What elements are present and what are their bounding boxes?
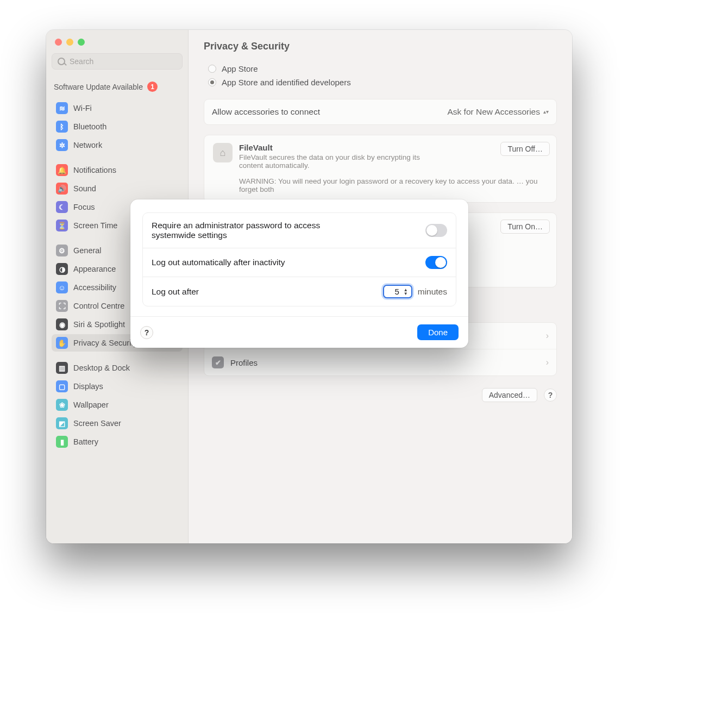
update-badge: 1 — [147, 82, 158, 92]
help-button[interactable]: ? — [544, 389, 557, 402]
battery-icon: ▮ — [56, 436, 68, 448]
auto-logout-toggle[interactable] — [425, 256, 447, 269]
filevault-card: ⌂ FileVault FileVault secures the data o… — [204, 135, 557, 203]
sidebar-item-sound[interactable]: 🔊Sound — [52, 180, 183, 197]
advanced-modal: Require an administrator password to acc… — [130, 199, 468, 348]
sidebar-item-label: Appearance — [73, 265, 116, 273]
minimize-window-icon[interactable] — [66, 39, 73, 46]
option-label: App Store and identified developers — [222, 78, 351, 87]
switches-icon: ⛶ — [56, 300, 68, 312]
sidebar-item-label: Wallpaper — [73, 400, 109, 409]
sidebar-item-label: Screen Saver — [73, 419, 121, 428]
sidebar-item-displays[interactable]: ▢Displays — [52, 378, 183, 395]
search-input[interactable]: Search — [52, 53, 183, 70]
stepper-unit: minutes — [418, 287, 447, 297]
filevault-toggle-button[interactable]: Turn Off… — [500, 142, 550, 156]
sidebar-item-wi-fi[interactable]: ≋Wi-Fi — [52, 99, 183, 117]
admin-password-toggle[interactable] — [425, 224, 447, 237]
sidebar-item-label: General — [73, 246, 102, 255]
person-icon: ☺ — [56, 281, 68, 293]
sidebar-item-label: Wi-Fi — [73, 104, 92, 112]
moon-icon: ☾ — [56, 201, 68, 213]
sidebar-item-label: Accessibility — [73, 283, 116, 292]
sidebar-item-label: Sound — [73, 184, 96, 193]
sidebar-item-label: Control Centre — [73, 302, 124, 310]
close-window-icon[interactable] — [55, 39, 62, 46]
page-title: Privacy & Security — [204, 41, 557, 52]
sidebar-item-label: Screen Time — [73, 221, 117, 230]
software-update-label: Software Update Available — [54, 83, 143, 91]
filevault-warning: WARNING: You will need your login passwo… — [213, 177, 548, 193]
modal-row-logout-after: Log out after 5 ▲▼ minutes — [143, 277, 456, 306]
modal-help-button[interactable]: ? — [140, 326, 153, 339]
row-label: Require an administrator password to acc… — [152, 221, 358, 240]
hourglass-icon: ⏳ — [56, 220, 68, 231]
sidebar-item-screen-saver[interactable]: ◩Screen Saver — [52, 415, 183, 432]
accessories-row[interactable]: Allow accessories to connect Ask for New… — [204, 99, 557, 125]
wifi-icon: ≋ — [56, 102, 68, 114]
allowed-apps-group: App Store App Store and identified devel… — [208, 64, 557, 87]
sidebar-item-label: Privacy & Security — [73, 339, 137, 347]
sidebar-item-wallpaper[interactable]: ❀Wallpaper — [52, 396, 183, 414]
sidebar-item-label: Focus — [73, 203, 95, 211]
sidebar-item-desktop-dock[interactable]: ▥Desktop & Dock — [52, 359, 183, 377]
sidebar-item-battery[interactable]: ▮Battery — [52, 433, 183, 450]
bluetooth-icon: ᛒ — [56, 121, 68, 133]
sidebar-item-network[interactable]: ✲Network — [52, 136, 183, 154]
sidebar-item-label: Desktop & Dock — [73, 364, 130, 372]
sidebar-item-label: Network — [73, 141, 102, 149]
search-icon — [58, 58, 65, 65]
speaker-icon: 🔊 — [56, 183, 68, 195]
allowed-apps-option-identified[interactable]: App Store and identified developers — [208, 78, 557, 87]
software-update-row[interactable]: Software Update Available 1 — [52, 79, 183, 99]
modal-row-admin-password: Require an administrator password to acc… — [143, 213, 456, 248]
stepper-value: 5 — [391, 287, 403, 296]
sidebar-item-label: Battery — [73, 437, 98, 446]
network-icon: ✲ — [56, 139, 68, 151]
done-button[interactable]: Done — [417, 324, 459, 340]
chevron-right-icon: › — [546, 358, 549, 367]
stepper-arrows-icon[interactable]: ▲▼ — [403, 288, 409, 296]
allowed-apps-option-appstore[interactable]: App Store — [208, 64, 557, 73]
sidebar-item-label: Bluetooth — [73, 122, 106, 131]
siri-icon: ◉ — [56, 318, 68, 330]
radio-icon — [208, 78, 216, 86]
house-lock-icon: ⌂ — [213, 143, 233, 162]
accessories-value: Ask for New Accessories — [447, 107, 540, 117]
bell-icon: 🔔 — [56, 164, 68, 176]
sidebar-item-bluetooth[interactable]: ᛒBluetooth — [52, 118, 183, 135]
option-label: App Store — [222, 64, 258, 73]
advanced-button[interactable]: Advanced… — [482, 388, 537, 402]
flower-icon: ❀ — [56, 399, 68, 411]
sidebar-item-label: Notifications — [73, 166, 116, 174]
logout-minutes-stepper[interactable]: 5 ▲▼ — [383, 285, 412, 298]
appearance-icon: ◑ — [56, 263, 68, 275]
row-label: Log out after — [152, 287, 199, 297]
gear-icon: ⚙ — [56, 245, 68, 256]
content-footer: Advanced… ? — [204, 388, 557, 402]
sidebar-item-notifications[interactable]: 🔔Notifications — [52, 161, 183, 179]
sidebar-item-label: Displays — [73, 382, 103, 391]
dock-icon: ▥ — [56, 362, 68, 374]
updown-icon: ▴▾ — [543, 110, 549, 114]
list-item-label: Profiles — [230, 358, 258, 367]
row-label: Log out automatically after inactivity — [152, 258, 285, 267]
lockdown-toggle-button[interactable]: Turn On… — [500, 220, 550, 234]
window-controls — [55, 39, 183, 46]
display-icon: ▢ — [56, 380, 68, 392]
screensaver-icon: ◩ — [56, 417, 68, 429]
search-placeholder: Search — [70, 57, 93, 66]
filevault-desc: FileVault secures the data on your disk … — [239, 153, 445, 170]
accessories-select[interactable]: Ask for New Accessories ▴▾ — [447, 107, 549, 117]
chevron-right-icon: › — [546, 331, 549, 341]
radio-icon — [208, 65, 216, 73]
modal-row-auto-logout: Log out automatically after inactivity — [143, 248, 456, 277]
sidebar-item-label: Siri & Spotlight — [73, 320, 125, 329]
filevault-title: FileVault — [239, 143, 445, 152]
fullscreen-window-icon[interactable] — [78, 39, 85, 46]
checkbadge-icon: ✔ — [212, 356, 224, 368]
accessories-label: Allow accessories to connect — [212, 107, 320, 117]
list-item-profiles[interactable]: ✔ Profiles › — [204, 349, 556, 375]
hand-icon: ✋ — [56, 337, 68, 349]
